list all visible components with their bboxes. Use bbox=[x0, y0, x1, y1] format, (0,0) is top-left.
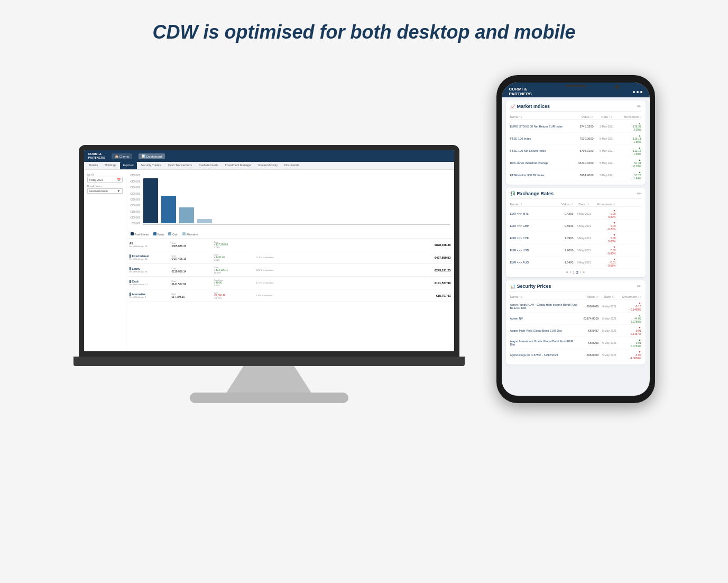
devices-container: CURMI & PARTNERS 🏠 Clients 📊 Dashboard D… bbox=[11, 75, 717, 403]
desktop-nav-dashboard[interactable]: 📊 Dashboard bbox=[139, 153, 165, 159]
status-dot-1 bbox=[633, 91, 635, 93]
chart-body: €450,000 €400,000 €350,000 €300,000 €250… bbox=[131, 172, 450, 231]
asat-input[interactable]: 6 May 2021 📅 bbox=[87, 177, 123, 183]
desktop-nav-clients[interactable]: 🏠 Clients bbox=[112, 153, 132, 159]
phone-camera-dot bbox=[615, 85, 619, 89]
desktop-app: CURMI & PARTNERS 🏠 Clients 📊 Dashboard D… bbox=[84, 150, 454, 351]
legend-cash bbox=[168, 232, 171, 235]
indices-row-2: FTSE 100 Index 7039.3000 5-May-2021 116.… bbox=[510, 133, 641, 145]
page-prev[interactable]: ‹ bbox=[570, 270, 571, 274]
bar-fixed-interest bbox=[143, 178, 158, 223]
page-headline: CDW is optimised for both desktop and mo… bbox=[152, 21, 575, 43]
phone-wrapper: CURMI & PARTNERS 📈 bbox=[496, 75, 655, 403]
status-dot-3 bbox=[640, 91, 642, 93]
tab-explorer[interactable]: Explorer bbox=[120, 162, 137, 169]
page-first[interactable]: « bbox=[566, 270, 568, 274]
y-axis: €450,000 €400,000 €350,000 €300,000 €250… bbox=[131, 172, 142, 225]
tab-details[interactable]: Details bbox=[86, 162, 102, 169]
legend-fixed-interest bbox=[131, 232, 134, 235]
tab-security-trades[interactable]: Security Trades bbox=[137, 162, 164, 169]
bar-equity bbox=[161, 196, 176, 223]
desktop-topbar: CURMI & PARTNERS 🏠 Clients 📊 Dashboard bbox=[84, 150, 454, 162]
security-prices-card: 📊 Security Prices ✏ Name ↑↓ Value ↓↑ Dat… bbox=[506, 280, 646, 365]
page-2-active[interactable]: 2 bbox=[576, 270, 578, 274]
security-row-1: Active Funds ICAV - Global High Income B… bbox=[510, 300, 641, 313]
security-icon: 📊 bbox=[510, 284, 515, 289]
monitor-stand bbox=[227, 366, 311, 393]
exchange-row-chf: EUR <=> CHF 1.0963 5-May-2021 0.000.00% bbox=[510, 232, 641, 244]
security-row-4: Aegon Investment Grade Global Bond Fund … bbox=[510, 337, 641, 349]
row-all-value: €828,346.36 bbox=[388, 243, 451, 247]
desktop-logo: CURMI & PARTNERS bbox=[88, 152, 106, 160]
tab-cash-transactions[interactable]: Cash Transactions bbox=[164, 162, 195, 169]
phone-screen: CURMI & PARTNERS 📈 bbox=[502, 83, 650, 396]
breakdown-label: Breakdown bbox=[87, 185, 123, 188]
exchange-row-aud: EUR <=> AUD 1.5493 5-May-2021 -0.01-0.58… bbox=[510, 257, 641, 269]
indices-row-3: FTSE 100 Net Return Index 6796.3100 5-Ma… bbox=[510, 145, 641, 157]
legend-equity bbox=[153, 232, 156, 235]
monitor-bezel bbox=[73, 357, 465, 366]
phone-outer: CURMI & PARTNERS 📈 bbox=[496, 75, 655, 403]
status-dot-2 bbox=[637, 91, 639, 93]
holdings-row-cash: Cash No. of Accounts: 11 Cost €141,577.9… bbox=[128, 277, 452, 289]
exchange-rates-edit[interactable]: ✏ bbox=[637, 191, 641, 196]
security-row-3: Aegon High Yield Global Bond EUR Dist €8… bbox=[510, 325, 641, 337]
chart-legend: Fixed Interest Equity Cash Alternative bbox=[131, 232, 450, 236]
asat-value: 6 May 2021 bbox=[89, 178, 103, 181]
holdings-row-all: All No. of Holdings: 58 Cost €865,838.33… bbox=[128, 239, 452, 251]
holdings-row-alternative: Alternative No. of Holdings: 1 Cost €17,… bbox=[128, 289, 452, 302]
exchange-rates-header: 💱 Exchange Rates ✏ bbox=[510, 191, 641, 199]
chart-area: €450,000 €400,000 €350,000 €300,000 €250… bbox=[126, 170, 454, 239]
market-indices-edit[interactable]: ✏ bbox=[637, 104, 641, 109]
exchange-rates-title: 💱 Exchange Rates bbox=[510, 191, 554, 196]
indices-row-5: FTSEurofirst 300 TR Index 3984.9000 5-Ma… bbox=[510, 169, 641, 181]
breakdown-value: Asset Allocation bbox=[89, 189, 108, 193]
bar-alternative bbox=[197, 219, 212, 223]
desktop-tabs: Details Holdings Explorer Security Trade… bbox=[84, 162, 454, 170]
holdings-row-fixed: Fixed Interest No. of Holdings: 18 Cost … bbox=[128, 251, 452, 264]
security-table-header: Name ↑↓ Value ↓↑ Date ↑↓ Movement ↓↑ bbox=[510, 295, 641, 299]
chart-icon: 📈 bbox=[510, 104, 515, 109]
exchange-table-header: Name ↑↓ Value ↓↑ Date ↑↓ Movement ↓↑ bbox=[510, 202, 641, 207]
security-prices-header: 📊 Security Prices ✏ bbox=[510, 284, 641, 292]
market-indices-table-header: Name ↑↓ Value ↓↑ Date ↑↓ Movement ↓ bbox=[510, 115, 641, 120]
phone-speaker bbox=[565, 85, 586, 87]
exchange-icon: 💱 bbox=[510, 192, 515, 196]
exchange-rates-card: 💱 Exchange Rates ✏ Name ↑↓ Value ↓↑ Date… bbox=[506, 188, 646, 277]
indices-row-1: EURO STOXX 50 Net Return EUR Index 8745.… bbox=[510, 121, 641, 133]
row-all-count: No. of Holdings: 58 bbox=[130, 245, 172, 248]
monitor-screen: CURMI & PARTNERS 🏠 Clients 📊 Dashboard D… bbox=[79, 145, 459, 357]
security-prices-title: 📊 Security Prices bbox=[510, 284, 551, 289]
exchange-row-mtl: EUR <=> MTL 0.4283 5-May-2021 0.000.00% bbox=[510, 208, 641, 220]
holdings-table: All No. of Holdings: 58 Cost €865,838.33… bbox=[126, 239, 454, 302]
indices-row-4: Dow Jones Industrial Average 34230.3400 … bbox=[510, 157, 641, 169]
breakdown-select[interactable]: Asset Allocation ▼ bbox=[87, 188, 123, 194]
tab-holdings[interactable]: Holdings bbox=[102, 162, 119, 169]
phone-status-icons bbox=[633, 91, 642, 93]
tab-cash-accounts[interactable]: Cash Accounts bbox=[196, 162, 222, 169]
page-1[interactable]: 1 bbox=[573, 270, 575, 274]
market-indices-card: 📈 Market Indices ✏ Name ↑↓ Value ↓↑ Date… bbox=[506, 101, 646, 185]
market-indices-title: 📈 Market Indices bbox=[510, 104, 550, 109]
tab-recent-activity[interactable]: Recent Activity bbox=[255, 162, 281, 169]
security-row-2: Adyen NV €1974.8000 5-May-2021 44.002.27… bbox=[510, 313, 641, 325]
security-prices-edit[interactable]: ✏ bbox=[637, 284, 641, 289]
exchange-row-gbp: EUR <=> GBP 0.8633 5-May-2021 0.00-0.20% bbox=[510, 220, 641, 232]
desktop-monitor: CURMI & PARTNERS 🏠 Clients 📊 Dashboard D… bbox=[73, 145, 465, 403]
bars-container bbox=[143, 172, 449, 225]
legend-alternative bbox=[182, 232, 186, 235]
phone-content: 📈 Market Indices ✏ Name ↑↓ Value ↓↑ Date… bbox=[502, 97, 650, 396]
phone-logo: CURMI & PARTNERS bbox=[509, 87, 532, 97]
page-last[interactable]: » bbox=[583, 270, 585, 274]
chevron-down-icon: ▼ bbox=[117, 189, 121, 193]
security-row-5: Agriholdings plc 4.875% - 31/12/2024 €96… bbox=[510, 349, 641, 361]
exchange-pagination: « ‹ 1 2 › » bbox=[510, 270, 641, 274]
desktop-sidebar: As At 6 May 2021 📅 Breakdown Asset Alloc… bbox=[84, 170, 126, 351]
tab-investment-manager[interactable]: Investment Manager bbox=[222, 162, 255, 169]
sidebar-breakdown: Breakdown Asset Allocation ▼ bbox=[87, 185, 123, 194]
monitor-base bbox=[190, 393, 348, 403]
page-next[interactable]: › bbox=[580, 270, 581, 274]
tab-documents[interactable]: Documents bbox=[281, 162, 302, 169]
exchange-row-usd: EUR <=> USD 1.2006 5-May-2021 0.00-0.06% bbox=[510, 244, 641, 257]
sidebar-asat: As At 6 May 2021 📅 bbox=[87, 173, 123, 183]
